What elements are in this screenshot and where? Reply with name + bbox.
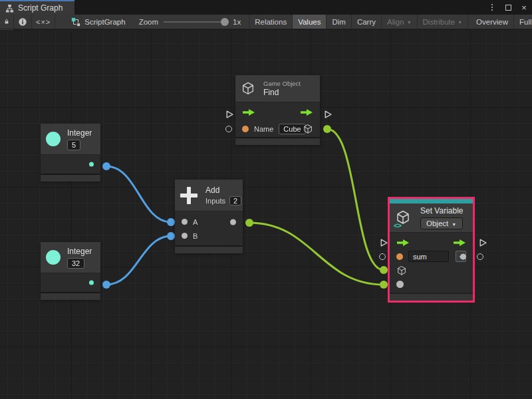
output-port[interactable] xyxy=(89,162,94,167)
output-port[interactable] xyxy=(89,281,94,285)
wire-endpoint[interactable] xyxy=(167,232,175,240)
integer-value-field[interactable]: 32 xyxy=(67,258,84,269)
node-title: Add xyxy=(205,186,241,195)
result-output-port-cube-icon[interactable] xyxy=(303,124,313,134)
input-port-b[interactable] xyxy=(182,233,188,239)
chevron-down-icon: ▼ xyxy=(458,20,462,25)
set-variable-icon: <> xyxy=(395,209,412,227)
graph-canvas[interactable]: Integer 5 Integer 32 xyxy=(0,30,532,399)
variable-name-field[interactable]: sum xyxy=(408,251,449,262)
node-title: Integer xyxy=(67,128,92,138)
flow-in-arrow-icon[interactable] xyxy=(242,108,255,116)
find-flow-in-port[interactable] xyxy=(225,110,233,118)
align-button[interactable]: Align ▼ xyxy=(382,15,418,29)
node-integer-2[interactable]: Integer 32 xyxy=(41,242,100,300)
wire-endpoint[interactable] xyxy=(167,218,175,226)
node-footer xyxy=(175,247,243,253)
flow-out-arrow-icon[interactable] xyxy=(453,239,466,247)
variable-name-value: sum xyxy=(413,253,427,261)
node-footer xyxy=(390,294,473,301)
maximize-icon xyxy=(505,5,511,11)
distribute-label: Distribute xyxy=(423,18,456,26)
inputs-count-field[interactable]: 2 xyxy=(229,196,241,205)
zoom-label: Zoom xyxy=(139,18,158,26)
wire-endpoint[interactable] xyxy=(323,125,331,133)
sum-output-port[interactable] xyxy=(230,219,236,225)
value-input-port[interactable] xyxy=(396,281,404,288)
align-label: Align xyxy=(387,18,404,26)
setvariable-flow-out-port[interactable] xyxy=(478,238,487,247)
tab-script-graph[interactable]: Script Graph xyxy=(0,0,74,15)
relations-button[interactable]: Relations xyxy=(249,15,293,29)
node-integer-1[interactable]: Integer 5 xyxy=(41,124,100,182)
fullscreen-label: Full Screen xyxy=(519,18,532,26)
graph-name-label: ScriptGraph xyxy=(84,18,125,26)
integer-value-field[interactable]: 5 xyxy=(67,140,80,150)
variable-scope-dropdown[interactable]: Object ▼ xyxy=(420,217,463,229)
info-button[interactable] xyxy=(14,15,32,29)
zoom-value: 1x xyxy=(233,18,241,26)
code-brackets-icon: <> xyxy=(394,221,401,229)
setvariable-value-out-port-outer[interactable] xyxy=(477,253,483,260)
window-menu-button[interactable] xyxy=(487,2,497,13)
wire-endpoint[interactable] xyxy=(102,162,110,170)
fullscreen-button[interactable]: Full Screen xyxy=(514,15,532,29)
chevron-down-icon: ▼ xyxy=(452,222,456,227)
dim-button[interactable]: Dim xyxy=(327,15,351,29)
find-flow-out-port[interactable] xyxy=(323,110,332,118)
node-add[interactable]: Add Inputs 2 A B xyxy=(175,180,243,253)
code-view-button[interactable]: <×> xyxy=(32,15,55,29)
kebab-menu-icon xyxy=(491,4,493,11)
node-title: Find xyxy=(263,88,301,97)
lock-icon xyxy=(4,17,9,26)
scope-value: Object xyxy=(426,219,448,227)
maximize-button[interactable] xyxy=(503,2,513,13)
variable-name-port[interactable] xyxy=(396,253,403,260)
port-a-label: A xyxy=(193,218,198,226)
close-icon: × xyxy=(521,3,527,12)
graph-name-group[interactable]: ScriptGraph xyxy=(65,15,132,29)
graph-hierarchy-icon xyxy=(5,4,14,13)
port-b-label: B xyxy=(193,232,198,240)
script-graph-icon xyxy=(71,17,80,27)
target-gameobject-port-cube-icon[interactable] xyxy=(396,265,407,276)
wire-find-to-setvariable-target[interactable] xyxy=(327,129,384,270)
name-value-field[interactable]: Cube xyxy=(279,124,305,134)
zoom-slider-handle[interactable] xyxy=(221,18,229,26)
wire-endpoint[interactable] xyxy=(102,281,110,289)
flow-in-arrow-icon[interactable] xyxy=(396,239,410,247)
flow-out-arrow-icon[interactable] xyxy=(300,108,313,116)
overview-button[interactable]: Overview xyxy=(471,15,514,29)
zoom-slider[interactable] xyxy=(164,21,227,23)
node-set-variable[interactable]: <> Set Variable Object ▼ xyxy=(388,197,475,303)
gameobject-cube-icon xyxy=(241,81,255,96)
name-input-port[interactable] xyxy=(242,126,249,132)
unity-script-graph-window: Script Graph × xyxy=(0,0,532,399)
window-controls: × xyxy=(487,0,529,15)
lock-button[interactable] xyxy=(0,15,14,29)
wire-endpoint[interactable] xyxy=(380,281,388,289)
distribute-button[interactable]: Distribute ▼ xyxy=(418,15,469,29)
wire-integer2-to-add-b[interactable] xyxy=(106,236,171,285)
name-label: Name xyxy=(254,125,273,133)
relations-label: Relations xyxy=(255,18,287,26)
integer-type-icon xyxy=(46,132,61,146)
input-port-a[interactable] xyxy=(182,219,188,225)
close-button[interactable]: × xyxy=(519,2,529,13)
wire-add-to-setvariable-value[interactable] xyxy=(249,223,384,285)
setvariable-name-port-outer[interactable] xyxy=(379,253,386,260)
find-name-port-outer[interactable] xyxy=(225,126,232,132)
value-output-port[interactable] xyxy=(460,253,466,259)
node-gameobject-find[interactable]: Game Object Find Name Cube xyxy=(235,75,320,145)
wire-endpoint[interactable] xyxy=(380,266,388,274)
wire-endpoint[interactable] xyxy=(245,219,253,227)
values-button[interactable]: Values xyxy=(293,15,327,29)
setvariable-flow-in-port[interactable] xyxy=(379,238,388,247)
node-title: Set Variable xyxy=(420,206,463,215)
dim-label: Dim xyxy=(332,18,345,26)
carry-button[interactable]: Carry xyxy=(352,15,382,29)
wire-integer1-to-add-a[interactable] xyxy=(106,166,171,222)
inputs-label: Inputs xyxy=(205,197,225,205)
node-footer xyxy=(41,293,100,300)
add-icon xyxy=(180,187,198,204)
